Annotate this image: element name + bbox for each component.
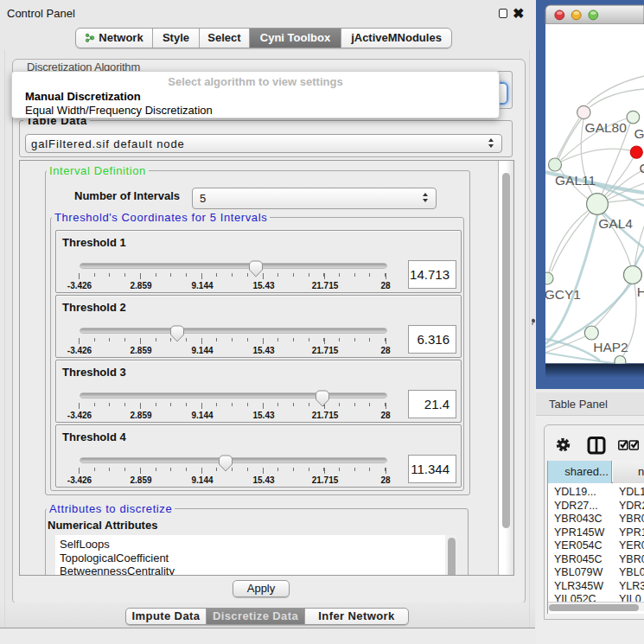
svg-text:GAL80: GAL80 [585, 120, 628, 135]
svg-text:GAL4: GAL4 [598, 216, 633, 231]
svg-text:C: C [639, 161, 644, 175]
svg-text:H: H [637, 284, 644, 299]
svg-text:HAP2: HAP2 [593, 340, 628, 354]
svg-text:GCY1: GCY1 [545, 287, 581, 302]
svg-text:GAL11: GAL11 [555, 173, 596, 188]
svg-text:GA: GA [634, 126, 644, 141]
